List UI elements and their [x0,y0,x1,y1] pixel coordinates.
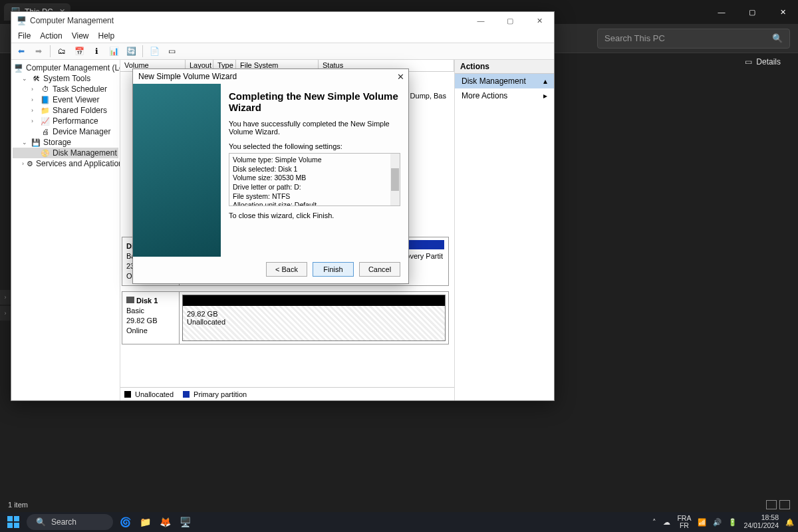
toolbar-icon[interactable]: 📄 [147,45,162,58]
taskbar-search[interactable]: 🔍 Search [27,514,113,530]
wizard-text: You have successfully completed the New … [229,120,400,136]
language-indicator[interactable]: FRAFR [677,515,691,529]
disk1-unallocated-partition[interactable]: 29.82 GB Unallocated [182,295,446,341]
view-grid-icon[interactable] [779,500,790,509]
search-input[interactable]: Search This PC 🔍 [597,29,790,49]
cancel-button[interactable]: Cancel [359,262,400,277]
system-tray: ˄ ☁ FRAFR 📶 🔊 🔋 18:5824/01/2024 🔔 [652,514,794,529]
wizard-heading: Completing the New Simple Volume Wizard [229,90,400,113]
tree-device-manager[interactable]: 🖨Device Manager [13,126,118,137]
search-icon: 🔍 [772,33,783,43]
toolbar-icon[interactable]: 📊 [106,45,121,58]
item-count: 1 item [8,501,28,509]
tree-task-scheduler[interactable]: ›⏱Task Scheduler [13,84,118,94]
wizard-text: To close this wizard, click Finish. [229,211,400,219]
wizard-settings-list[interactable]: Volume type: Simple Volume Disk selected… [229,153,400,206]
back-icon[interactable]: ⬅ [14,45,29,58]
mmc-tree: 🖥️Computer Management (Local) ⌄🛠System T… [11,60,120,400]
wizard-side-graphic [133,84,221,257]
toolbar-icon[interactable]: ▭ [164,45,179,58]
tray-onedrive-icon[interactable]: ☁ [663,518,670,526]
taskbar-clock[interactable]: 18:5824/01/2024 [743,514,779,529]
svg-rect-3 [14,523,19,528]
minimize-button[interactable]: — [706,0,737,24]
search-placeholder: Search This PC [604,33,665,43]
tree-shared-folders[interactable]: ›📁Shared Folders [13,105,118,116]
actions-more[interactable]: More Actions▸ [455,88,554,103]
chevron-right-icon[interactable]: › [0,306,11,321]
wizard-titlebar[interactable]: New Simple Volume Wizard [133,69,408,84]
wifi-icon[interactable]: 📶 [698,518,706,527]
disk1-label: Disk 1 Basic 29.82 GB Online [122,292,180,344]
finish-button[interactable]: Finish [313,262,354,277]
window-title: Computer Management [30,16,114,25]
actions-disk-management[interactable]: Disk Management▴ [455,74,554,88]
mmc-icon: 🖥️ [17,16,26,25]
mmc-menubar: File Action View Help [11,29,554,43]
details-pane-button[interactable]: ▭ Details [745,57,781,66]
wizard-text: You selected the following settings: [229,142,400,150]
tree-disk-management[interactable]: 📀Disk Management [13,148,118,158]
close-button[interactable]: ✕ [767,0,798,24]
taskbar-copilot-icon[interactable]: 🌀 [117,514,133,530]
disk1-block[interactable]: Disk 1 Basic 29.82 GB Online 29.82 GB Un… [122,291,449,344]
wizard-content: Completing the New Simple Volume Wizard … [221,84,408,257]
toolbar-icon[interactable]: ℹ [89,45,104,58]
taskbar: 🔍 Search 🌀 📁 🦊 🖥️ ˄ ☁ FRAFR 📶 🔊 🔋 18:582… [0,512,798,532]
menu-help[interactable]: Help [98,31,115,41]
tree-storage[interactable]: ⌄💾Storage [13,137,118,148]
chevron-right-icon: ▸ [543,91,547,100]
forward-icon[interactable]: ➡ [31,45,46,58]
close-icon[interactable]: ✕ [397,72,404,82]
collapse-icon: ▴ [543,76,547,86]
volume-icon[interactable]: 🔊 [713,518,722,527]
notifications-icon[interactable]: 🔔 [785,518,794,527]
tree-event-viewer[interactable]: ›📘Event Viewer [13,94,118,105]
taskbar-firefox-icon[interactable]: 🦊 [157,514,173,530]
minimize-button[interactable]: — [466,12,495,29]
tree-root[interactable]: 🖥️Computer Management (Local) [13,63,118,73]
toolbar-icon[interactable]: 📅 [72,45,86,58]
svg-rect-1 [14,516,19,521]
menu-view[interactable]: View [72,31,89,41]
close-button[interactable]: ✕ [525,12,554,29]
tray-chevron-icon[interactable]: ˄ [652,518,656,526]
menu-action[interactable]: Action [40,31,62,41]
maximize-button[interactable]: ▢ [495,12,525,29]
details-icon: ▭ [745,57,752,66]
explorer-nav-collapsed: › › [0,290,11,322]
tree-system-tools[interactable]: ⌄🛠System Tools [13,73,118,84]
tree-services-apps[interactable]: ›⚙Services and Applications [13,158,118,169]
new-simple-volume-wizard: New Simple Volume Wizard ✕ Completing th… [132,68,409,284]
taskbar-explorer-icon[interactable]: 📁 [137,514,153,530]
view-list-icon[interactable] [766,500,777,509]
svg-rect-0 [7,516,13,521]
explorer-statusbar: 1 item [0,497,798,512]
mmc-toolbar: ⬅ ➡ 🗂 📅 ℹ 📊 🔄 📄 ▭ [11,43,554,60]
mmc-titlebar[interactable]: 🖥️ Computer Management — ▢ ✕ [11,12,554,29]
scrollbar[interactable] [390,154,400,205]
menu-file[interactable]: File [18,31,31,41]
tree-performance[interactable]: ›📈Performance [13,116,118,126]
taskbar-mmc-icon[interactable]: 🖥️ [177,514,193,530]
explorer-window-controls: — ▢ ✕ [706,0,798,24]
actions-header: Actions [455,60,554,74]
battery-icon[interactable]: 🔋 [728,518,737,527]
search-icon: 🔍 [36,517,46,527]
back-button[interactable]: < Back [266,262,307,277]
refresh-icon[interactable]: 🔄 [124,45,138,58]
actions-pane: Actions Disk Management▴ More Actions▸ [454,60,554,400]
chevron-right-icon[interactable]: › [0,290,11,305]
start-button[interactable] [4,514,23,530]
toolbar-icon[interactable]: 🗂 [55,45,69,58]
partition-legend: Unallocated Primary partition [120,387,454,400]
maximize-button[interactable]: ▢ [737,0,767,24]
scrollbar-thumb[interactable] [391,168,399,191]
svg-rect-2 [7,523,13,528]
